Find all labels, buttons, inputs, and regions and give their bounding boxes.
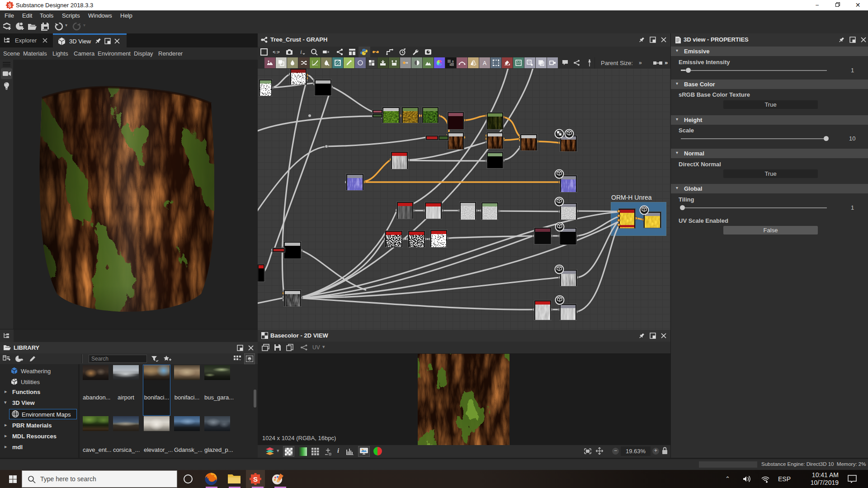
svg-text:0: 0 (452, 60, 454, 63)
svg-text:A: A (483, 60, 486, 66)
svg-text:1:1: 1:1 (274, 50, 279, 54)
svg-text:S: S (253, 475, 258, 483)
svg-text:i: i (300, 49, 302, 55)
svg-text:S: S (8, 3, 11, 8)
